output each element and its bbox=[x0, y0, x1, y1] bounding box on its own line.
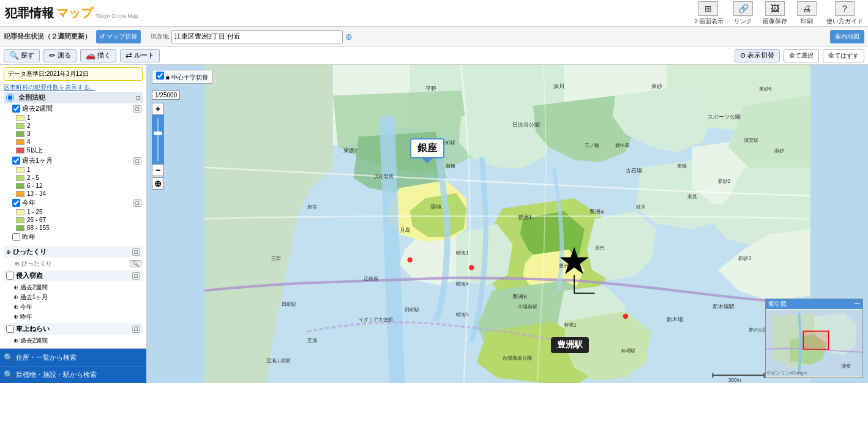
lastyear-header[interactable]: 昨年 bbox=[11, 232, 143, 242]
svg-text:晴海1: 晴海1 bbox=[456, 250, 469, 256]
carloot-collapse-btn[interactable]: □ bbox=[132, 325, 140, 333]
search-button[interactable]: 🔍 探す bbox=[4, 49, 40, 62]
help-button[interactable]: ? 使い方ガイド bbox=[826, 1, 863, 26]
past2weeks-header[interactable]: 過去2週間 □ bbox=[11, 103, 143, 114]
lastyear-checkbox[interactable] bbox=[12, 233, 20, 241]
sidebar-bottom: 🔍 住所・一覧から検索 🔍 目標物・施設・駅から検索 bbox=[0, 348, 146, 383]
carloot-sub1: ⊕ 過去2週間 bbox=[13, 336, 143, 346]
snatch1-mini-btn[interactable]: 🔍 bbox=[130, 260, 141, 267]
deselect-all-button[interactable]: 全てはずす bbox=[823, 49, 864, 62]
print-button[interactable]: 🖨 印刷 bbox=[797, 1, 817, 26]
data-link[interactable]: 区市町村の犯罪件数を表示する。 bbox=[4, 83, 143, 92]
legend-item: 13 - 34 bbox=[16, 190, 143, 198]
logo-sub: Tokyo Crime Map bbox=[95, 13, 138, 19]
svg-text:市場新駅: 市場新駅 bbox=[518, 303, 537, 310]
burglary-sub4: ⊕ 昨年 bbox=[13, 312, 143, 322]
split-screen-button[interactable]: ⊞ ２画面表示 bbox=[693, 1, 724, 26]
snatch1-header[interactable]: ⊕ ひったくり □ bbox=[4, 246, 143, 258]
legend-color-ty-1 bbox=[16, 209, 24, 215]
guide-map-button[interactable]: 案内地図 bbox=[830, 30, 864, 43]
center-cross-checkbox[interactable] bbox=[156, 72, 164, 80]
burglary-sub1: ⊕ 過去2週間 bbox=[13, 283, 143, 292]
snatch1-expand: ⊕ ひったくり bbox=[15, 259, 52, 268]
facility-search-button[interactable]: 🔍 目標物・施設・駅から検索 bbox=[0, 366, 146, 383]
all-crimes-section: 全刑法犯 □ 過去2週間 □ 1 bbox=[4, 92, 143, 242]
mini-map-attribution: ©ゼンリン/Google bbox=[767, 370, 807, 376]
toyosu-station-label: 豊洲駅 bbox=[551, 337, 589, 353]
link-icon: 🔗 bbox=[733, 1, 753, 16]
svg-text:豊洲: 豊洲 bbox=[559, 262, 569, 269]
zoom-slider[interactable] bbox=[152, 115, 164, 164]
legend-label-2: 2 bbox=[27, 122, 31, 129]
burglary-collapse-btn[interactable]: □ bbox=[132, 272, 140, 280]
pen-icon: 🚗 bbox=[86, 51, 95, 60]
past2weeks-label: 過去2週間 bbox=[22, 104, 53, 113]
mini-map-close-button[interactable]: ー bbox=[854, 300, 860, 308]
map-container[interactable]: 平野 深川 東砂 東砂5 南砂 新砂2 新砂3 東坂2 新宿 三田 田町駅 芝浦… bbox=[147, 65, 868, 383]
split-screen-icon: ⊞ bbox=[698, 1, 718, 16]
zoom-reset-button[interactable]: ⊕ bbox=[152, 177, 164, 190]
location-icon[interactable]: ⊕ bbox=[345, 32, 353, 42]
link-button[interactable]: 🔗 リンク bbox=[733, 1, 753, 26]
select-all-button[interactable]: 全て選択 bbox=[784, 49, 819, 62]
thisyear-checkbox[interactable] bbox=[12, 199, 20, 207]
carloot-checkbox[interactable] bbox=[6, 325, 14, 333]
snatch1-sub[interactable]: ⊕ ひったくり 🔍 bbox=[13, 259, 143, 269]
center-cross-toggle[interactable]: ■ 中心十字切替 bbox=[152, 70, 212, 84]
mini-map-body: 浦安 ©ゼンリン/Google bbox=[766, 309, 862, 377]
legend-label-4: 4 bbox=[27, 138, 31, 145]
map-refresh-button[interactable]: ↺ マップ切替 bbox=[96, 30, 141, 43]
all-crimes-radio[interactable] bbox=[6, 94, 14, 102]
logo: 犯罪情報 マップ Tokyo Crime Map bbox=[5, 5, 138, 21]
burglary-title: 侵入窃盗 bbox=[16, 271, 43, 280]
route-button[interactable]: ⇄ ルート bbox=[120, 49, 160, 62]
burglary-header[interactable]: 侵入窃盗 □ bbox=[4, 270, 143, 281]
legend-color-1m-4 bbox=[16, 191, 24, 197]
mini-map-header: 索引図 ー bbox=[766, 299, 862, 309]
zoom-thumb[interactable] bbox=[154, 132, 162, 135]
svg-text:芝浦ふ頭駅: 芝浦ふ頭駅 bbox=[266, 357, 291, 363]
app-header: 犯罪情報 マップ Tokyo Crime Map ⊞ ２画面表示 🔗 リンク 🖼… bbox=[0, 0, 868, 27]
save-image-button[interactable]: 🖼 画像保存 bbox=[763, 1, 787, 26]
past1month-checkbox[interactable] bbox=[12, 157, 20, 165]
display-toggle-button[interactable]: ⊙ 表示切替 bbox=[735, 49, 780, 62]
thisyear-collapse-btn[interactable]: □ bbox=[133, 199, 141, 207]
data-date: データ基準日:2021年3月12日 bbox=[4, 67, 143, 81]
svg-text:辰巳: 辰巳 bbox=[595, 245, 605, 251]
zoom-in-button[interactable]: + bbox=[152, 103, 164, 115]
svg-text:豊洲6: 豊洲6 bbox=[512, 294, 526, 300]
svg-text:越中島: 越中島 bbox=[615, 142, 630, 148]
measure-button[interactable]: ✏ 測る bbox=[43, 49, 77, 62]
legend-item: 6 - 12 bbox=[16, 182, 143, 190]
all-crimes-collapse[interactable]: □ bbox=[137, 94, 140, 101]
snatch1-collapse-btn[interactable]: □ bbox=[132, 248, 140, 256]
legend-item: 26 - 67 bbox=[16, 216, 143, 224]
past1month-header[interactable]: 過去1ヶ月 □ bbox=[11, 155, 143, 166]
draw-button[interactable]: 🚗 描く bbox=[80, 49, 116, 62]
svg-text:新木場: 新木場 bbox=[667, 316, 683, 322]
svg-text:浦安駅: 浦安駅 bbox=[744, 137, 758, 143]
legend-color-3 bbox=[16, 131, 24, 137]
thisyear-header[interactable]: 今年 □ bbox=[11, 198, 143, 208]
past2weeks-collapse-btn[interactable]: □ bbox=[133, 105, 141, 113]
carloot-header[interactable]: 車上ねらい □ bbox=[4, 323, 143, 335]
legend-label-1m-1: 1 bbox=[27, 166, 31, 173]
center-cross-label: ■ 中心十字切替 bbox=[166, 74, 208, 81]
svg-text:南砂: 南砂 bbox=[774, 147, 784, 154]
facility-search-label: 目標物・施設・駅から検索 bbox=[16, 370, 97, 379]
location-input[interactable] bbox=[171, 30, 343, 43]
past2weeks-checkbox[interactable] bbox=[12, 105, 20, 113]
past1month-collapse-btn[interactable]: □ bbox=[133, 157, 141, 165]
svg-text:有明駅: 有明駅 bbox=[621, 348, 635, 354]
snatch1-body: ⊕ ひったくり 🔍 bbox=[4, 259, 143, 269]
burglary-checkbox[interactable] bbox=[6, 272, 14, 280]
all-crimes-header[interactable]: 全刑法犯 □ bbox=[4, 92, 143, 103]
address-search-button[interactable]: 🔍 住所・一覧から検索 bbox=[0, 349, 146, 366]
toggle-icon: ⊙ bbox=[740, 51, 746, 59]
svg-text:豊洲1: 豊洲1 bbox=[518, 214, 532, 220]
legend-label-1m-2: 2 - 5 bbox=[27, 174, 39, 181]
svg-text:新宿: 新宿 bbox=[307, 204, 317, 210]
legend-label-ty-3: 68 - 155 bbox=[27, 225, 50, 231]
address-search-label: 住所・一覧から検索 bbox=[16, 353, 77, 362]
zoom-out-button[interactable]: − bbox=[152, 164, 164, 176]
